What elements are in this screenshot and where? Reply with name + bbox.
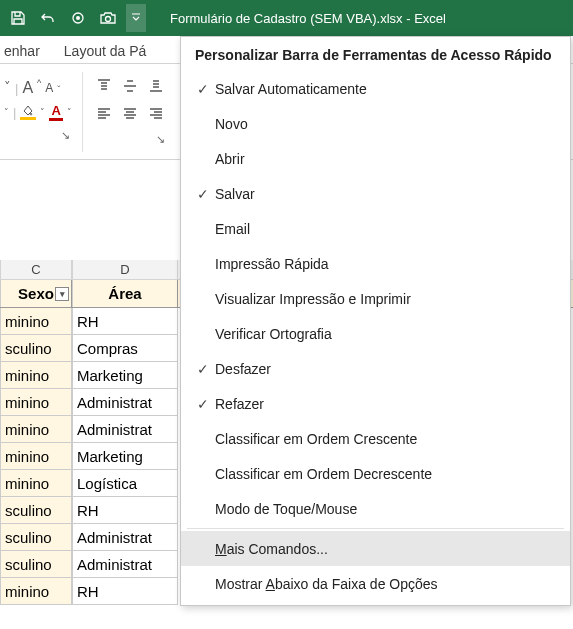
alignment-group: ↘ bbox=[93, 75, 167, 148]
cell-sexo[interactable]: minino bbox=[0, 362, 72, 389]
column-header-d[interactable]: D bbox=[72, 260, 178, 279]
font-size-dropdown-end[interactable]: ˅ bbox=[4, 79, 11, 94]
titlebar: Formulário de Cadastro (SEM VBA).xlsx - … bbox=[0, 0, 573, 36]
cell-area[interactable]: Administrat bbox=[72, 416, 178, 443]
svg-point-1 bbox=[76, 16, 80, 20]
cell-sexo[interactable]: minino bbox=[0, 416, 72, 443]
camera-icon[interactable] bbox=[94, 4, 122, 32]
align-top-icon[interactable] bbox=[93, 75, 115, 97]
font-group: ˅ | A^ Aˇ ˅ | ˅ A˅ ↘ bbox=[4, 79, 72, 144]
filter-icon[interactable]: ▾ bbox=[55, 287, 69, 301]
menu-item-label: Salvar bbox=[215, 186, 556, 202]
check-icon: ✓ bbox=[191, 361, 215, 377]
align-middle-icon[interactable] bbox=[119, 75, 141, 97]
ribbon-tab-page-layout[interactable]: Layout da Pá bbox=[64, 43, 147, 63]
menu-item-label: Impressão Rápida bbox=[215, 256, 556, 272]
ribbon-separator bbox=[82, 72, 83, 152]
menu-item-label: Email bbox=[215, 221, 556, 237]
column-header-c[interactable]: C bbox=[0, 260, 72, 279]
menu-item-show-below-ribbon[interactable]: Mostrar Abaixo da Faixa de Opções bbox=[181, 566, 570, 601]
cell-area[interactable]: RH bbox=[72, 578, 178, 605]
save-icon[interactable] bbox=[4, 4, 32, 32]
menu-item[interactable]: ✓Desfazer bbox=[181, 351, 570, 386]
menu-item[interactable]: ✓Salvar bbox=[181, 176, 570, 211]
menu-separator bbox=[187, 528, 564, 529]
fill-color-icon[interactable] bbox=[20, 105, 36, 120]
menu-item-more-commands[interactable]: Mais Comandos... bbox=[181, 531, 570, 566]
font-dialog-launcher-icon[interactable]: ↘ bbox=[59, 127, 72, 144]
menu-item[interactable]: Abrir bbox=[181, 141, 570, 176]
menu-item-label: Classificar em Ordem Crescente bbox=[215, 431, 556, 447]
cell-area[interactable]: Marketing bbox=[72, 443, 178, 470]
menu-item[interactable]: Classificar em Ordem Decrescente bbox=[181, 456, 570, 491]
menu-title: Personalizar Barra de Ferramentas de Ace… bbox=[181, 37, 570, 71]
cell-area[interactable]: Administrat bbox=[72, 551, 178, 578]
menu-item[interactable]: Email bbox=[181, 211, 570, 246]
menu-item[interactable]: Visualizar Impressão e Imprimir bbox=[181, 281, 570, 316]
menu-item[interactable]: Modo de Toque/Mouse bbox=[181, 491, 570, 526]
check-icon: ✓ bbox=[191, 81, 215, 97]
customize-qat-menu: Personalizar Barra de Ferramentas de Ace… bbox=[180, 36, 571, 606]
table-header-area[interactable]: Área bbox=[72, 280, 178, 307]
cell-area[interactable]: Administrat bbox=[72, 524, 178, 551]
svg-point-2 bbox=[106, 17, 111, 22]
cell-sexo[interactable]: minino bbox=[0, 578, 72, 605]
cell-area[interactable]: Compras bbox=[72, 335, 178, 362]
align-center-icon[interactable] bbox=[119, 103, 141, 125]
align-left-icon[interactable] bbox=[93, 103, 115, 125]
cell-sexo[interactable]: sculino bbox=[0, 524, 72, 551]
cell-area[interactable]: RH bbox=[72, 497, 178, 524]
cell-area[interactable]: Marketing bbox=[72, 362, 178, 389]
alignment-dialog-launcher-icon[interactable]: ↘ bbox=[154, 131, 167, 148]
menu-item[interactable]: Verificar Ortografia bbox=[181, 316, 570, 351]
align-right-icon[interactable] bbox=[145, 103, 167, 125]
font-color-icon[interactable]: A bbox=[49, 103, 62, 121]
cell-sexo[interactable]: minino bbox=[0, 389, 72, 416]
menu-item-label: Verificar Ortografia bbox=[215, 326, 556, 342]
window-title: Formulário de Cadastro (SEM VBA).xlsx - … bbox=[146, 11, 569, 26]
menu-item-label: Novo bbox=[215, 116, 556, 132]
check-icon: ✓ bbox=[191, 396, 215, 412]
cell-area[interactable]: RH bbox=[72, 308, 178, 335]
increase-font-icon[interactable]: A bbox=[22, 79, 33, 97]
cell-sexo[interactable]: sculino bbox=[0, 335, 72, 362]
menu-item[interactable]: ✓Salvar Automaticamente bbox=[181, 71, 570, 106]
cell-sexo[interactable]: minino bbox=[0, 470, 72, 497]
cell-area[interactable]: Logística bbox=[72, 470, 178, 497]
menu-item[interactable]: Impressão Rápida bbox=[181, 246, 570, 281]
table-header-sexo[interactable]: Sexo ▾ bbox=[0, 280, 72, 307]
cell-area[interactable]: Administrat bbox=[72, 389, 178, 416]
menu-item-label: Desfazer bbox=[215, 361, 556, 377]
undo-icon[interactable] bbox=[34, 4, 62, 32]
menu-item-label: Modo de Toque/Mouse bbox=[215, 501, 556, 517]
cell-sexo[interactable]: minino bbox=[0, 443, 72, 470]
menu-item-label: Refazer bbox=[215, 396, 556, 412]
menu-item[interactable]: Novo bbox=[181, 106, 570, 141]
record-icon[interactable] bbox=[64, 4, 92, 32]
decrease-font-icon[interactable]: A bbox=[45, 81, 53, 95]
menu-item-label: Classificar em Ordem Decrescente bbox=[215, 466, 556, 482]
ribbon-tab-partial[interactable]: enhar bbox=[4, 43, 40, 63]
menu-item-label: Abrir bbox=[215, 151, 556, 167]
check-icon: ✓ bbox=[191, 186, 215, 202]
menu-item-label: Visualizar Impressão e Imprimir bbox=[215, 291, 556, 307]
quick-access-toolbar bbox=[4, 4, 146, 32]
menu-item-label: Salvar Automaticamente bbox=[215, 81, 556, 97]
menu-item[interactable]: Classificar em Ordem Crescente bbox=[181, 421, 570, 456]
cell-sexo[interactable]: sculino bbox=[0, 551, 72, 578]
customize-qat-button[interactable] bbox=[126, 4, 146, 32]
menu-item[interactable]: ✓Refazer bbox=[181, 386, 570, 421]
cell-sexo[interactable]: sculino bbox=[0, 497, 72, 524]
cell-sexo[interactable]: minino bbox=[0, 308, 72, 335]
align-bottom-icon[interactable] bbox=[145, 75, 167, 97]
